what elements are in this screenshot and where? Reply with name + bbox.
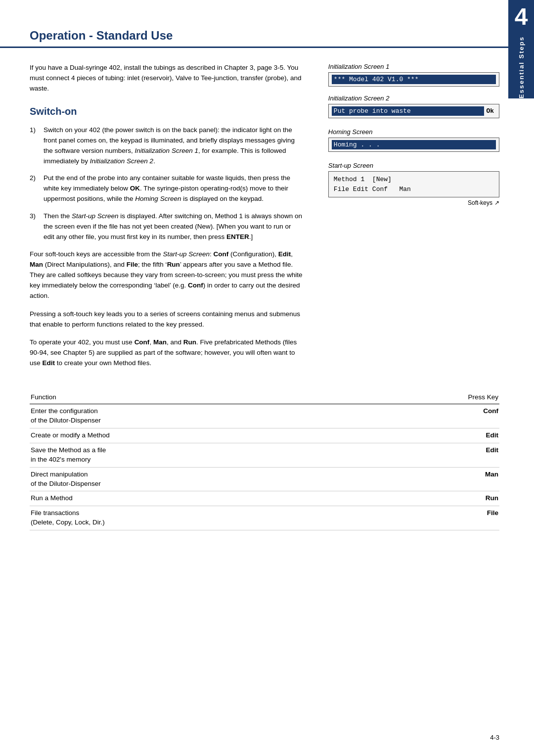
page-container: 4 Essential Steps Operation - Standard U…: [0, 0, 534, 756]
switch-on-heading: Switch-on: [30, 106, 304, 117]
soft-keys-arrow-icon: ↗: [494, 199, 499, 206]
para2: Pressing a soft-touch key leads you to a…: [30, 309, 304, 330]
screen-4-line1: Method 1 [New]: [334, 175, 494, 185]
screen-box-4: Method 1 [New] File Edit Conf Man: [328, 171, 499, 197]
page-number: 4-3: [490, 734, 499, 741]
steps-list: 1) Switch on your 402 (the power switch …: [30, 125, 304, 242]
table-cell-function: File transactions(Delete, Copy, Lock, Di…: [30, 506, 368, 530]
screen-label-2: Initialization Screen 2: [328, 94, 499, 102]
col-function: Function: [30, 391, 368, 404]
screen-label-1: Initialization Screen 1: [328, 63, 499, 70]
table-cell-key: Edit: [368, 428, 499, 443]
table-row: Run a MethodRun: [30, 491, 499, 506]
table-cell-key: Run: [368, 491, 499, 506]
table-section: Function Press Key Enter the configurati…: [0, 391, 534, 540]
step-3-num: 3): [30, 211, 40, 242]
chapter-label: Essential Steps: [518, 36, 525, 98]
step-1: 1) Switch on your 402 (the power switch …: [30, 125, 304, 167]
table-cell-key: Conf: [368, 404, 499, 428]
table-row: Direct manipulationof the Dilutor-Dispen…: [30, 467, 499, 491]
screen-box-2: Put probe into waste Ok: [328, 104, 499, 118]
screen-box-3: Homing . . .: [328, 138, 499, 152]
table-cell-function: Enter the configurationof the Dilutor-Di…: [30, 404, 368, 428]
table-cell-function: Direct manipulationof the Dilutor-Dispen…: [30, 467, 368, 491]
screen-1-line: *** Model 402 V1.0 ***: [332, 75, 496, 84]
para3: To operate your 402, you must use Conf, …: [30, 337, 304, 369]
screen-2-ok: Ok: [486, 107, 494, 115]
step-3: 3) Then the Start-up Screen is displayed…: [30, 211, 304, 242]
table-row: Create or modify a MethodEdit: [30, 428, 499, 443]
col-press-key: Press Key: [368, 391, 499, 404]
table-row: File transactions(Delete, Copy, Lock, Di…: [30, 506, 499, 530]
step-1-content: Switch on your 402 (the power switch is …: [44, 125, 304, 167]
table-cell-function: Create or modify a Method: [30, 428, 368, 443]
function-table: Function Press Key Enter the configurati…: [30, 391, 499, 530]
screen-label-3: Homing Screen: [328, 128, 499, 136]
chapter-number: 4: [515, 5, 528, 29]
screen-box-1: *** Model 402 V1.0 ***: [328, 72, 499, 87]
table-row: Enter the configurationof the Dilutor-Di…: [30, 404, 499, 428]
header-title: Operation - Standard Use: [30, 29, 499, 43]
table-cell-function: Run a Method: [30, 491, 368, 506]
step-2-content: Put the end of the probe into any contai…: [44, 173, 304, 204]
table-header-row: Function Press Key: [30, 391, 499, 404]
screen-label-4: Start-up Screen: [328, 162, 499, 169]
step-2-num: 2): [30, 173, 40, 204]
screen-2-line: Put probe into waste Ok: [334, 107, 494, 115]
screen-3-line: Homing . . .: [332, 140, 496, 149]
table-cell-key: Man: [368, 467, 499, 491]
chapter-tab: 4 Essential Steps: [508, 0, 534, 98]
soft-keys-label: Soft-keys: [468, 199, 492, 206]
table-cell-key: Edit: [368, 443, 499, 467]
intro-paragraph: If you have a Dual-syringe 402, install …: [30, 63, 304, 94]
table-cell-key: File: [368, 506, 499, 530]
step-2: 2) Put the end of the probe into any con…: [30, 173, 304, 204]
table-cell-function: Save the Method as a filein the 402's me…: [30, 443, 368, 467]
soft-keys-annotation: Soft-keys ↗: [328, 199, 499, 206]
screen-4-line2: File Edit Conf Man: [334, 185, 494, 194]
right-column: Initialization Screen 1 *** Model 402 V1…: [328, 63, 499, 377]
step-2-subpara: The syringe-piston operating-rod(s) move…: [44, 185, 288, 202]
step-1-num: 1): [30, 125, 40, 167]
page-header: Operation - Standard Use: [0, 20, 534, 48]
main-content: If you have a Dual-syringe 402, install …: [0, 53, 534, 386]
step-3-content: Then the Start-up Screen is displayed. A…: [44, 211, 304, 242]
screen-2-text: Put probe into waste: [332, 106, 485, 116]
table-row: Save the Method as a filein the 402's me…: [30, 443, 499, 467]
para1: Four soft-touch keys are accessible from…: [30, 249, 304, 301]
left-column: If you have a Dual-syringe 402, install …: [30, 63, 313, 377]
